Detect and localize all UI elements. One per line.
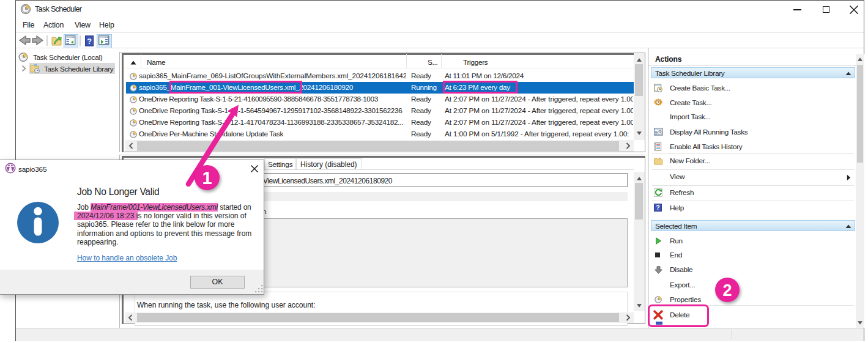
svg-text:?: ? [87, 37, 92, 45]
svg-text:?: ? [656, 204, 659, 211]
